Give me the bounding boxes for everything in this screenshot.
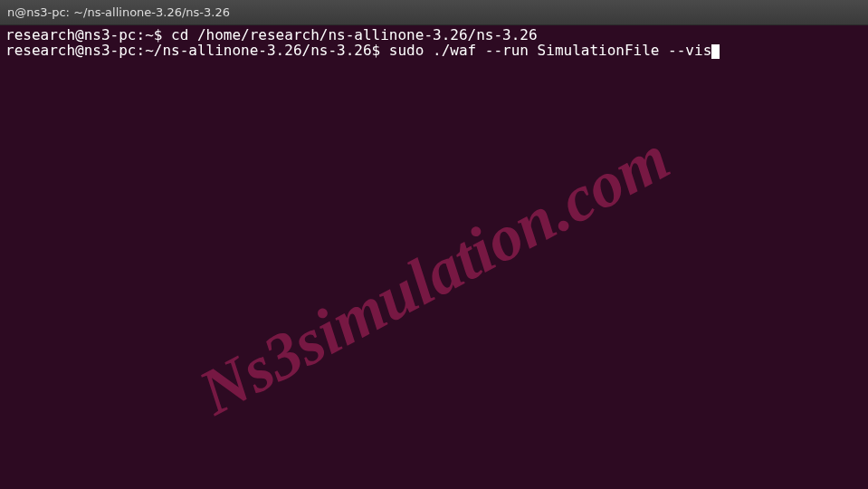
terminal-window: n@ns3-pc: ~/ns-allinone-3.26/ns-3.26 res…	[0, 0, 868, 489]
command-text: sudo ./waf --run SimulationFile --vis	[380, 42, 711, 59]
terminal-line: research@ns3-pc:~/ns-allinone-3.26/ns-3.…	[5, 43, 863, 59]
prompt: research@ns3-pc:~/ns-allinone-3.26/ns-3.…	[5, 42, 380, 59]
cursor	[711, 44, 720, 59]
watermark: Ns3simulation.com	[201, 147, 667, 405]
terminal-body[interactable]: research@ns3-pc:~$ cd /home/research/ns-…	[0, 25, 868, 489]
title-bar[interactable]: n@ns3-pc: ~/ns-allinone-3.26/ns-3.26	[0, 0, 868, 25]
title-bar-text: n@ns3-pc: ~/ns-allinone-3.26/ns-3.26	[7, 5, 230, 19]
terminal-line: research@ns3-pc:~$ cd /home/research/ns-…	[5, 27, 863, 43]
